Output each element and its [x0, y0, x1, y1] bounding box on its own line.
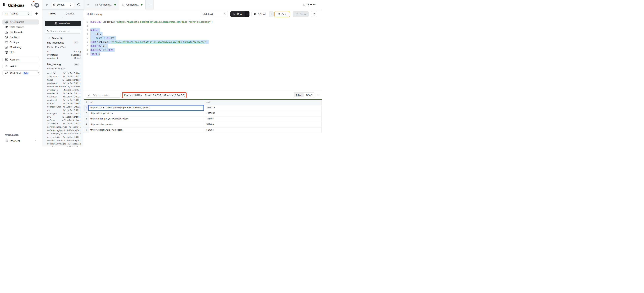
svg-text:aws: aws	[5, 12, 8, 14]
